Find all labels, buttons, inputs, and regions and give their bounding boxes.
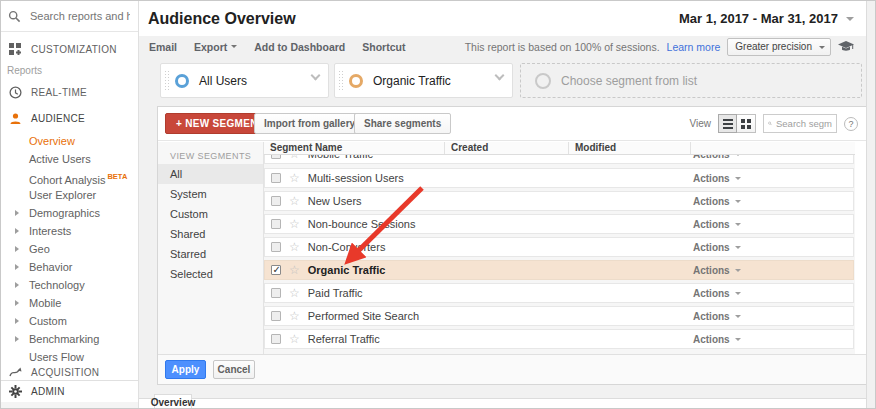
- actions-dropdown[interactable]: Actions: [693, 242, 741, 253]
- window-scrollbar[interactable]: [866, 1, 875, 408]
- segment-panel-toolbar: + NEW SEGMENT Import from gallery Share …: [158, 107, 866, 141]
- actions-dropdown[interactable]: Actions: [693, 288, 741, 299]
- sidebar-audience-item[interactable]: Benchmarking: [1, 330, 138, 348]
- star-icon[interactable]: ☆: [289, 287, 300, 299]
- segment-chip-organic-traffic[interactable]: Organic Traffic: [334, 63, 513, 98]
- segment-row[interactable]: ☆ Mobile Traffic Actions: [264, 155, 854, 164]
- filter-label: Shared: [170, 228, 205, 240]
- segment-chip-all-users[interactable]: All Users: [160, 63, 329, 98]
- actions-dropdown[interactable]: Actions: [693, 155, 741, 160]
- sidebar-audience-item[interactable]: Custom: [1, 312, 138, 330]
- sidebar-item-admin[interactable]: ADMIN: [1, 380, 138, 402]
- sidebar-audience-item[interactable]: Active Users: [1, 150, 138, 168]
- add-to-dashboard-button[interactable]: Add to Dashboard: [254, 41, 345, 53]
- chevron-down-icon: [735, 269, 741, 272]
- sidebar-audience-item[interactable]: Overview: [1, 132, 138, 150]
- actions-dropdown[interactable]: Actions: [693, 311, 741, 322]
- row-checkbox[interactable]: [271, 173, 281, 183]
- star-icon[interactable]: ☆: [289, 195, 300, 207]
- list-view-button[interactable]: [718, 114, 737, 133]
- audience-subnav: Overview Active Users Cohort AnalysisBET…: [1, 132, 138, 366]
- sidebar-item-label: Users Flow: [29, 351, 84, 363]
- row-checkbox[interactable]: [271, 196, 281, 206]
- tab-overview[interactable]: Overview: [154, 394, 192, 409]
- view-toggle: [718, 114, 756, 133]
- star-icon[interactable]: ☆: [289, 333, 300, 345]
- row-checkbox[interactable]: [271, 242, 281, 252]
- star-icon[interactable]: ☆: [289, 241, 300, 253]
- filter-label: System: [170, 188, 207, 200]
- precision-dropdown[interactable]: Greater precision: [727, 38, 831, 56]
- apply-button[interactable]: Apply: [165, 360, 206, 379]
- share-segments-button[interactable]: Share segments: [354, 113, 451, 134]
- sidebar-search-input[interactable]: [30, 10, 130, 22]
- sidebar-audience-item[interactable]: Cohort AnalysisBETA: [1, 168, 138, 186]
- star-icon[interactable]: ☆: [289, 172, 300, 184]
- row-checkbox[interactable]: [271, 219, 281, 229]
- row-checkbox[interactable]: [271, 311, 281, 321]
- segment-row[interactable]: ☆ Multi-session Users Actions: [264, 168, 854, 188]
- expand-arrow-icon: [15, 318, 19, 324]
- sidebar-audience-item[interactable]: User Explorer: [1, 186, 138, 204]
- segment-search-input[interactable]: [776, 118, 832, 129]
- chevron-down-icon[interactable]: [311, 71, 321, 81]
- learn-more-link[interactable]: Learn more: [667, 41, 721, 53]
- star-icon[interactable]: ☆: [289, 218, 300, 230]
- sidebar-audience-item[interactable]: Mobile: [1, 294, 138, 312]
- segment-row[interactable]: ☆ Non-bounce Sessions Actions: [264, 214, 854, 234]
- segment-filter-item[interactable]: System: [158, 184, 263, 204]
- actions-dropdown[interactable]: Actions: [693, 334, 741, 345]
- actions-dropdown[interactable]: Actions: [693, 219, 741, 230]
- drag-handle[interactable]: [338, 70, 343, 91]
- segment-row[interactable]: ☆ Performed Site Search Actions: [264, 306, 854, 326]
- row-checkbox[interactable]: [271, 334, 281, 344]
- sidebar-audience-item[interactable]: Geo: [1, 240, 138, 258]
- date-range-selector[interactable]: Mar 1, 2017 - Mar 31, 2017: [679, 11, 854, 26]
- sidebar-audience-item[interactable]: Demographics: [1, 204, 138, 222]
- grid-view-button[interactable]: [737, 114, 756, 133]
- actions-dropdown[interactable]: Actions: [693, 265, 741, 276]
- sidebar-audience-item[interactable]: Technology: [1, 276, 138, 294]
- sidebar-item-customization[interactable]: CUSTOMIZATION: [1, 37, 138, 61]
- star-icon[interactable]: ☆: [289, 264, 300, 276]
- person-icon: [8, 112, 22, 125]
- segment-chip-placeholder[interactable]: Choose segment from list: [520, 63, 862, 98]
- segment-search-box[interactable]: [763, 114, 837, 133]
- star-icon[interactable]: ☆: [289, 155, 300, 160]
- segment-filter-item[interactable]: Starred: [158, 244, 263, 264]
- segment-panel-footer: Apply Cancel: [158, 354, 866, 384]
- drag-handle[interactable]: [164, 70, 169, 91]
- segment-filter-item[interactable]: All: [158, 164, 263, 184]
- segment-filter-item[interactable]: Selected: [158, 264, 263, 284]
- shortcut-button[interactable]: Shortcut: [362, 41, 405, 53]
- graduation-cap-icon[interactable]: [838, 41, 854, 53]
- segment-row[interactable]: ☆ Non-Converters Actions: [264, 237, 854, 257]
- sidebar-audience-item[interactable]: Interests: [1, 222, 138, 240]
- import-from-gallery-button[interactable]: Import from gallery: [254, 113, 365, 134]
- star-icon[interactable]: ☆: [289, 310, 300, 322]
- sidebar-search[interactable]: [1, 1, 138, 32]
- segment-row[interactable]: ☆ Paid Traffic Actions: [264, 283, 854, 303]
- row-checkbox[interactable]: [271, 265, 281, 275]
- actions-dropdown[interactable]: Actions: [693, 196, 741, 207]
- sidebar-item-audience[interactable]: AUDIENCE: [1, 106, 138, 130]
- chevron-down-icon[interactable]: [495, 71, 505, 81]
- help-icon[interactable]: ?: [844, 117, 858, 131]
- segment-row[interactable]: ☆ Referral Traffic Actions: [264, 329, 854, 349]
- sidebar-audience-item[interactable]: Users Flow: [1, 348, 138, 366]
- actions-dropdown[interactable]: Actions: [693, 173, 741, 184]
- search-icon: [8, 10, 21, 23]
- sidebar-audience-item[interactable]: Behavior: [1, 258, 138, 276]
- segment-filter-item[interactable]: Shared: [158, 224, 263, 244]
- row-checkbox[interactable]: [271, 155, 281, 159]
- segment-row[interactable]: ☆ Organic Traffic Actions: [264, 260, 854, 280]
- export-dropdown[interactable]: Export: [194, 41, 237, 53]
- segment-filter-item[interactable]: Custom: [158, 204, 263, 224]
- email-button[interactable]: Email: [149, 41, 177, 53]
- cancel-button[interactable]: Cancel: [213, 360, 255, 379]
- sidebar-item-realtime[interactable]: REAL-TIME: [1, 80, 138, 104]
- row-checkbox[interactable]: [271, 288, 281, 298]
- sidebar-item-acquisition[interactable]: ACQUISITION: [1, 366, 138, 379]
- segment-row[interactable]: ☆ New Users Actions: [264, 191, 854, 211]
- expand-arrow-icon: [15, 282, 19, 288]
